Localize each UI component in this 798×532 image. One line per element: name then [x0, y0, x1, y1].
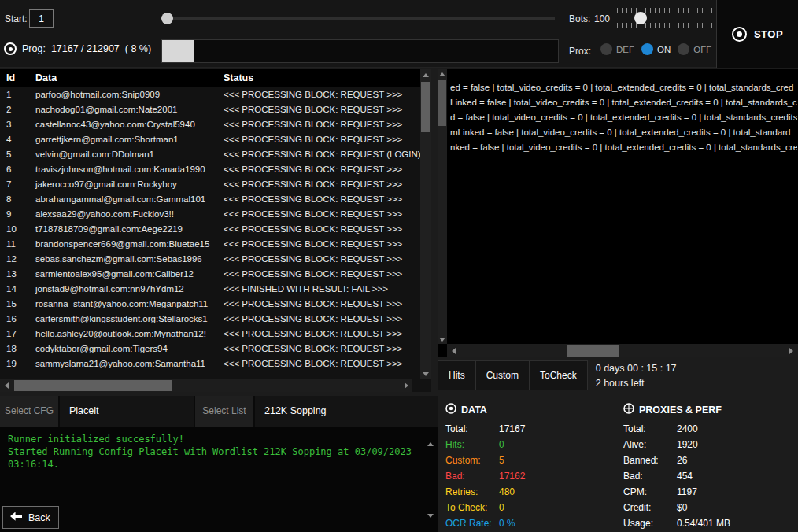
table-row[interactable]: 11brandonspencer669@gmail.com:Bluetae15<… — [0, 237, 420, 252]
tab-tocheck[interactable]: ToCheck — [530, 360, 588, 390]
data-stats-title: DATA — [461, 405, 487, 416]
table-vertical-scrollbar[interactable] — [420, 69, 431, 379]
table-row[interactable]: 10t7187818709@gmail.com:Aege2219<<< PROC… — [0, 222, 420, 237]
bot-log-lines: ed = false | total_video_credits = 0 | t… — [450, 80, 797, 342]
stat-row: To Check:0 — [445, 500, 615, 515]
proxy-stats-header: PROXIES & PERF — [623, 403, 795, 416]
prog-value: 17167 / 212907 — [51, 43, 120, 54]
table-row[interactable]: 12sebas.sanchezm@gmail.com:Sebas1996<<< … — [0, 252, 420, 267]
scroll-up-arrow-icon[interactable] — [438, 69, 447, 79]
row-status: <<< FINISHED WITH RESULT: FAIL >>> — [224, 282, 388, 297]
back-button[interactable]: Back — [2, 506, 59, 529]
stat-value: 5 — [499, 453, 504, 468]
table-row[interactable]: 15rosanna_stant@yahoo.com:Meganpatch11<<… — [0, 297, 420, 312]
horizontal-scroll-thumb[interactable] — [567, 345, 619, 357]
prox-label: Prox: — [569, 46, 591, 57]
stat-label: Total: — [623, 421, 674, 437]
stat-row: Custom:5 — [445, 453, 615, 468]
table-row[interactable]: 9alexsaa29@yahoo.com:Fucklov3!!<<< PROCE… — [0, 207, 420, 222]
runner-log-line: Runner initialized succesfully! — [8, 433, 430, 445]
table-row[interactable]: 2nachodog01@gmail.com:Nate2001<<< PROCES… — [0, 102, 420, 117]
stat-row: Usage:0.54/401 MB — [623, 515, 795, 531]
row-status: <<< PROCESSING BLOCK: REQUEST >>> — [224, 312, 402, 327]
scroll-right-arrow-icon[interactable] — [400, 379, 412, 392]
row-id: 14 — [6, 282, 17, 297]
proxy-mode-group: DEFONOFF — [600, 43, 711, 55]
scroll-left-arrow-icon[interactable] — [0, 379, 13, 392]
stat-value: 480 — [499, 484, 515, 500]
row-id: 11 — [6, 237, 16, 252]
table-row[interactable]: 19sammyslama21@yahoo.com:Samantha11<<< P… — [0, 357, 420, 371]
start-slider-track[interactable] — [161, 17, 555, 20]
stat-row: CPM:1197 — [623, 484, 795, 500]
row-id: 6 — [6, 162, 11, 177]
progress-fill — [162, 40, 194, 62]
data-stats: DATA Total:17167Hits:0Custom:5Bad:17162R… — [445, 403, 615, 531]
row-id: 12 — [6, 252, 17, 267]
log-horizontal-scrollbar[interactable] — [447, 344, 798, 357]
table-row[interactable]: 17hello.ashley20@outlook.com:Mynathan12!… — [0, 327, 420, 342]
start-slider-thumb[interactable] — [161, 13, 173, 24]
table-row[interactable]: 3castellanoc43@yahoo.com:Crystal5940<<< … — [0, 117, 420, 132]
scroll-right-arrow-icon[interactable] — [785, 344, 798, 357]
select-cfg-button[interactable]: Select CFG — [0, 396, 60, 427]
table-row[interactable]: 5velvin@gmail.com:DDolman1<<< PROCESSING… — [0, 147, 420, 162]
stats-panel: DATA Total:17167Hits:0Custom:5Bad:17162R… — [438, 396, 798, 532]
row-id: 3 — [6, 117, 11, 132]
timer-block: 0 days 00 : 15 : 17 2 hours left — [596, 360, 677, 391]
stat-label: Hits: — [445, 437, 496, 453]
proxy-mode-on[interactable]: ON — [641, 43, 671, 55]
runner-log: Runner initialized succesfully!Started R… — [0, 427, 438, 532]
table-row[interactable]: 4garrettjkern@gmail.com:Shortman1<<< PRO… — [0, 132, 420, 147]
column-header-id[interactable]: Id — [6, 72, 15, 83]
tab-hits[interactable]: Hits — [438, 360, 476, 390]
stat-value: 0 — [499, 500, 504, 515]
stop-button[interactable]: STOP — [716, 0, 798, 68]
bots-slider[interactable] — [617, 8, 712, 28]
proxy-mode-off[interactable]: OFF — [678, 43, 711, 55]
table-row[interactable]: 13sarmientoalex95@gmail.com:Caliber12<<<… — [0, 267, 420, 282]
log-line: nked = false | total_video_credits = 0 |… — [450, 140, 797, 155]
proxy-mode-def[interactable]: DEF — [600, 43, 634, 55]
scroll-left-arrow-icon[interactable] — [447, 344, 460, 357]
vertical-scroll-thumb[interactable] — [438, 80, 446, 126]
runner-log-scroll-up-icon[interactable] — [427, 431, 434, 442]
stat-value: $0 — [677, 500, 687, 515]
bots-slider-thumb[interactable] — [634, 12, 647, 24]
log-vertical-scrollbar[interactable] — [438, 69, 447, 344]
row-data: jonstad9@hotmail.com:nn97hYdm12 — [35, 282, 184, 297]
horizontal-scroll-thumb[interactable] — [14, 380, 172, 391]
start-slider[interactable] — [161, 12, 555, 26]
tab-custom[interactable]: Custom — [476, 360, 530, 390]
table-row[interactable]: 6traviszjohnson@hotmail.com:Kanada1990<<… — [0, 162, 420, 177]
scroll-down-arrow-icon[interactable] — [438, 334, 447, 344]
row-data: nachodog01@gmail.com:Nate2001 — [35, 102, 177, 117]
table-row[interactable]: 8abrahamgammal@gmail.com:Gammal101<<< PR… — [0, 192, 420, 207]
radio-label: ON — [657, 45, 671, 54]
table-row[interactable]: 1parfoo@hotmail.com:Snip0909<<< PROCESSI… — [0, 87, 420, 102]
stat-value: 0 % — [499, 515, 515, 531]
table-row[interactable]: 18codyktabor@gmail.com:Tigers94<<< PROCE… — [0, 342, 420, 357]
stat-row: Bad:17162 — [445, 468, 615, 484]
stat-value: 1920 — [677, 437, 698, 453]
vertical-scroll-thumb[interactable] — [421, 82, 430, 132]
stat-label: Credit: — [623, 500, 674, 515]
row-data: jakerocco97@gmail.com:Rockyboy — [35, 177, 177, 192]
table-row[interactable]: 16cartersmith@kingsstudent.org:Stellaroc… — [0, 312, 420, 327]
scroll-up-arrow-icon[interactable] — [420, 69, 431, 80]
runner-log-scroll-down-icon[interactable] — [427, 518, 434, 529]
row-status: <<< PROCESSING BLOCK: REQUEST >>> — [224, 252, 402, 267]
column-header-status[interactable]: Status — [224, 72, 253, 83]
table-row[interactable]: 14jonstad9@hotmail.com:nn97hYdm12<<< FIN… — [0, 282, 420, 297]
stat-row: Bad:454 — [623, 468, 795, 484]
table-horizontal-scrollbar[interactable] — [0, 379, 412, 392]
table-row[interactable]: 7jakerocco97@gmail.com:Rockyboy<<< PROCE… — [0, 177, 420, 192]
scroll-down-arrow-icon[interactable] — [420, 368, 431, 379]
select-list-button[interactable]: Select List — [195, 396, 255, 427]
radio-circle-icon — [678, 43, 689, 55]
row-data: sammyslama21@yahoo.com:Samantha11 — [35, 357, 205, 371]
start-input[interactable] — [29, 9, 54, 28]
stat-value: 26 — [677, 453, 687, 468]
stat-value: 2400 — [677, 421, 698, 437]
column-header-data[interactable]: Data — [35, 72, 57, 83]
